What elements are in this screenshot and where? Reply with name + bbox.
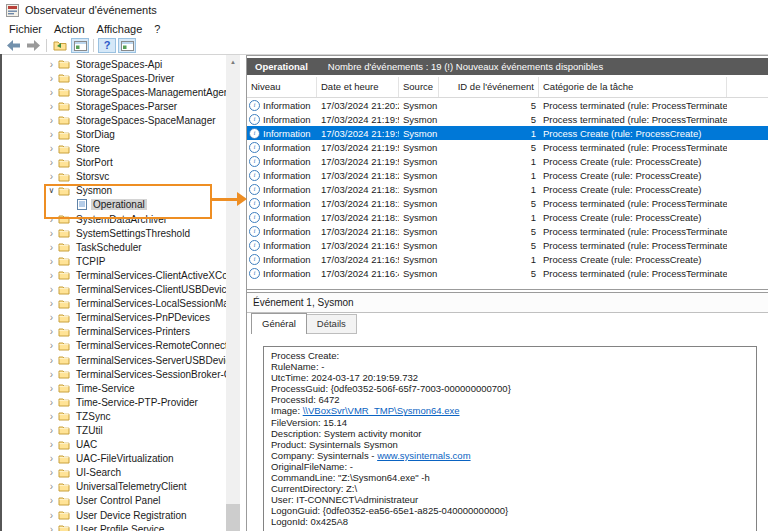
chevron-right-icon[interactable]: › xyxy=(45,340,58,351)
event-row[interactable]: iInformation17/03/2024 21:16:40Sysmon5Pr… xyxy=(247,266,768,280)
chevron-right-icon[interactable]: › xyxy=(45,228,58,239)
chevron-right-icon[interactable]: › xyxy=(45,214,58,225)
scrollbar-thumb[interactable] xyxy=(226,504,240,531)
console-window-icon[interactable] xyxy=(71,38,89,53)
chevron-right-icon[interactable]: › xyxy=(45,326,58,337)
tree-item-storagespaces-spacemanager[interactable]: ›StorageSpaces-SpaceManager xyxy=(2,113,226,127)
show-console-tree-icon[interactable] xyxy=(118,38,136,53)
tree-item-uac[interactable]: ›UAC xyxy=(2,438,226,452)
tree-item-systemdataarchiver[interactable]: ›SystemDataArchiver xyxy=(2,212,226,226)
event-row[interactable]: iInformation17/03/2024 21:19:59Sysmon1Pr… xyxy=(247,126,768,140)
chevron-right-icon[interactable]: › xyxy=(45,284,58,295)
menu-affichage[interactable]: Affichage xyxy=(91,22,149,36)
forward-icon[interactable] xyxy=(24,38,42,53)
chevron-right-icon[interactable]: › xyxy=(45,510,58,521)
column-header-category[interactable]: Catégorie de la tâche xyxy=(539,77,727,97)
tree-item-taskscheduler[interactable]: ›TaskScheduler xyxy=(2,240,226,254)
menu-fichier[interactable]: Fichier xyxy=(3,22,48,36)
back-icon[interactable] xyxy=(4,38,22,53)
tree-item-terminalservices-remoteconnection[interactable]: ›TerminalServices-RemoteConnection xyxy=(2,339,226,353)
tree-item-storagespaces-api[interactable]: ›StorageSpaces-Api xyxy=(2,57,226,71)
tree-item-terminalservices-pnpdevices[interactable]: ›TerminalServices-PnPDevices xyxy=(2,311,226,325)
chevron-right-icon[interactable]: › xyxy=(45,270,58,281)
tree-item-storagespaces-parser[interactable]: ›StorageSpaces-Parser xyxy=(2,99,226,113)
event-row[interactable]: iInformation17/03/2024 21:18:17Sysmon1Pr… xyxy=(247,210,768,224)
menu-action[interactable]: Action xyxy=(48,22,91,36)
tree-item-terminalservices-localsessionmanag[interactable]: ›TerminalServices-LocalSessionManag xyxy=(2,297,226,311)
tree-item-uac-filevirtualization[interactable]: ›UAC-FileVirtualization xyxy=(2,452,226,466)
tree-item-universaltelemetryclient[interactable]: ›UniversalTelemetryClient xyxy=(2,480,226,494)
chevron-right-icon[interactable]: › xyxy=(45,101,58,112)
chevron-right-icon[interactable]: › xyxy=(45,369,58,380)
chevron-right-icon[interactable]: › xyxy=(45,115,58,126)
event-row[interactable]: iInformation17/03/2024 21:18:16Sysmon5Pr… xyxy=(247,224,768,238)
detail-link[interactable]: www.sysinternals.com xyxy=(377,450,470,461)
chevron-down-icon[interactable]: ∨ xyxy=(45,186,58,195)
tree-item-operational[interactable]: Operational xyxy=(2,198,226,212)
tree-item-stordiag[interactable]: ›StorDiag xyxy=(2,127,226,141)
chevron-right-icon[interactable]: › xyxy=(45,411,58,422)
event-row[interactable]: iInformation17/03/2024 21:19:50Sysmon5Pr… xyxy=(247,140,768,154)
tree-item-terminalservices-serverusbdevices[interactable]: ›TerminalServices-ServerUSBDevices xyxy=(2,353,226,367)
tree-item-tzutil[interactable]: ›TZUtil xyxy=(2,423,226,437)
tree-item-user-device-registration[interactable]: ›User Device Registration xyxy=(2,508,226,522)
chevron-right-icon[interactable]: › xyxy=(45,157,58,168)
chevron-right-icon[interactable]: › xyxy=(45,524,58,531)
chevron-right-icon[interactable]: › xyxy=(45,312,58,323)
tree-item-store[interactable]: ›Store xyxy=(2,142,226,156)
tree-item-terminalservices-clientusbdevices[interactable]: ›TerminalServices-ClientUSBDevices xyxy=(2,283,226,297)
tree-item-terminalservices-sessionbroker-clien[interactable]: ›TerminalServices-SessionBroker-Clien xyxy=(2,367,226,381)
tree-scrollbar[interactable]: ▲ xyxy=(226,55,240,531)
tree-item-storport[interactable]: ›StorPort xyxy=(2,156,226,170)
chevron-right-icon[interactable]: › xyxy=(45,439,58,450)
tree-item-systemsettingsthreshold[interactable]: ›SystemSettingsThreshold xyxy=(2,226,226,240)
chevron-right-icon[interactable]: › xyxy=(45,453,58,464)
tree-item-storagespaces-driver[interactable]: ›StorageSpaces-Driver xyxy=(2,71,226,85)
event-row[interactable]: iInformation17/03/2024 21:16:52Sysmon1Pr… xyxy=(247,252,768,266)
chevron-right-icon[interactable]: › xyxy=(45,397,58,408)
tree-item-time-service[interactable]: ›Time-Service xyxy=(2,381,226,395)
chevron-right-icon[interactable]: › xyxy=(45,87,58,98)
tree-item-terminalservices-printers[interactable]: ›TerminalServices-Printers xyxy=(2,325,226,339)
tree-item-storsvc[interactable]: ›Storsvc xyxy=(2,170,226,184)
menu-help[interactable]: ? xyxy=(148,22,166,36)
chevron-right-icon[interactable]: › xyxy=(45,383,58,394)
chevron-right-icon[interactable]: › xyxy=(45,495,58,506)
tree-item-user-control-panel[interactable]: ›User Control Panel xyxy=(2,494,226,508)
open-folder-icon[interactable] xyxy=(51,38,69,53)
tree-item-user-profile-service[interactable]: ›User Profile Service xyxy=(2,522,226,531)
chevron-right-icon[interactable]: › xyxy=(45,355,58,366)
tree-item-storagespaces-managementagent[interactable]: ›StorageSpaces-ManagementAgent xyxy=(2,85,226,99)
tree-item-tzsync[interactable]: ›TZSync xyxy=(2,409,226,423)
tree-item-tcpip[interactable]: ›TCPIP xyxy=(2,254,226,268)
detail-link[interactable]: \\VBoxSvr\VMR_TMP\Sysmon64.exe xyxy=(303,405,460,416)
chevron-right-icon[interactable]: › xyxy=(45,73,58,84)
scroll-up-icon[interactable]: ▲ xyxy=(226,55,240,68)
chevron-right-icon[interactable]: › xyxy=(45,425,58,436)
event-row[interactable]: iInformation17/03/2024 21:18:17Sysmon5Pr… xyxy=(247,196,768,210)
chevron-right-icon[interactable]: › xyxy=(45,59,58,70)
tree-item-time-service-ptp-provider[interactable]: ›Time-Service-PTP-Provider xyxy=(2,395,226,409)
event-row[interactable]: iInformation17/03/2024 21:19:59Sysmon5Pr… xyxy=(247,112,768,126)
tree-item-sysmon[interactable]: ∨Sysmon xyxy=(2,184,226,198)
help-icon[interactable]: ? xyxy=(98,38,116,53)
chevron-right-icon[interactable]: › xyxy=(45,242,58,253)
chevron-right-icon[interactable]: › xyxy=(45,129,58,140)
event-row[interactable]: iInformation17/03/2024 21:18:20Sysmon1Pr… xyxy=(247,168,768,182)
event-row[interactable]: iInformation17/03/2024 21:19:50Sysmon1Pr… xyxy=(247,154,768,168)
tab-g-n-ral[interactable]: Général xyxy=(251,313,307,334)
column-header-niveau[interactable]: Niveau xyxy=(247,77,317,97)
column-header-source[interactable]: Source xyxy=(399,77,439,97)
chevron-right-icon[interactable]: › xyxy=(45,256,58,267)
tree-item-ui-search[interactable]: ›UI-Search xyxy=(2,466,226,480)
event-row[interactable]: iInformation17/03/2024 21:20:24Sysmon5Pr… xyxy=(247,98,768,112)
column-header-date[interactable]: Date et heure xyxy=(317,77,399,97)
tab-d-tails[interactable]: Détails xyxy=(307,314,357,334)
event-row[interactable]: iInformation17/03/2024 21:18:19Sysmon1Pr… xyxy=(247,182,768,196)
chevron-right-icon[interactable]: › xyxy=(45,298,58,309)
tree-item-terminalservices-clientactivexcore[interactable]: ›TerminalServices-ClientActiveXCore xyxy=(2,268,226,282)
event-row[interactable]: iInformation17/03/2024 21:16:53Sysmon5Pr… xyxy=(247,238,768,252)
chevron-right-icon[interactable]: › xyxy=(45,171,58,182)
chevron-right-icon[interactable]: › xyxy=(45,481,58,492)
chevron-right-icon[interactable]: › xyxy=(45,467,58,478)
